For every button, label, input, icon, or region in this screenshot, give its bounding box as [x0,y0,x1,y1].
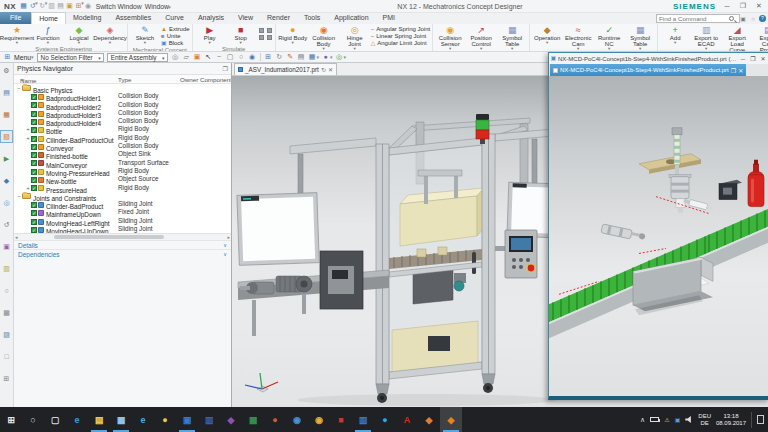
history-icon[interactable]: ↺ [1,219,12,230]
button-angular-spring-joint[interactable]: ~Angular Spring Joint [371,26,431,32]
ribbon-tab-modeling[interactable]: Modeling [66,12,108,24]
nx-app-icon[interactable]: ◆ [440,407,462,432]
3d-viewport-float[interactable] [549,76,768,396]
roles-icon[interactable]: ○ [1,285,12,296]
restore-button[interactable]: ❐ [738,2,748,10]
tree-item-movinghead-leftright[interactable]: ✓MovingHead-LeftRightSliding Joint [14,217,231,225]
datum-plane-icon[interactable]: ▱ [182,52,191,62]
visibility-checkbox[interactable]: ✓ [31,127,37,133]
visibility-checkbox[interactable]: ✓ [31,169,37,175]
tree-item-cilinder-badproduct[interactable]: ✓Cilinder-BadProductSliding Joint [14,200,231,208]
button-collision-body[interactable]: ◉Collision Body▾ [309,25,339,51]
speaker-icon[interactable] [685,416,693,423]
cut-icon[interactable]: ▥ [47,0,56,12]
tree-item-badproductholder3[interactable]: ✓BadproductHolder3Collision Body [14,109,231,117]
ribbon-tab-home[interactable]: Home [31,12,66,24]
language-indicator[interactable]: DEUDE [698,413,711,426]
snap-point-icon[interactable]: ◎ [171,52,180,62]
selection-scope-dropdown[interactable]: Entire Assembly [107,53,168,62]
tray-expand-icon[interactable]: ∧ [640,416,645,424]
visibility-checkbox[interactable]: ✓ [31,160,37,166]
powerpoint-icon[interactable]: ● [264,407,286,432]
visibility-checkbox[interactable]: ✓ [31,185,37,191]
button-export-to-ecad[interactable]: ▥Export to ECAD▾ [691,25,721,51]
button-play[interactable]: ▶Play▾ [195,25,225,45]
button-add[interactable]: +Add▾ [660,25,690,45]
store-icon[interactable]: ▦ [110,407,132,432]
ribbon-tab-curve[interactable]: Curve [158,12,191,24]
visibility-checkbox[interactable]: ✓ [31,219,37,225]
tree-item-new-bottle[interactable]: ✓New-bottleObject Source [14,175,231,183]
touch-mode-icon[interactable]: ◉ [84,0,93,12]
tree-item-conveyor[interactable]: ✓ConveyorCollision Body [14,142,231,150]
visibility-checkbox[interactable]: ✓ [31,152,37,158]
templates-icon[interactable]: ▨ [1,329,12,340]
action-center-icon[interactable] [757,415,764,424]
start-button[interactable]: ⊞ [0,407,22,432]
window-grid-icon[interactable]: ⊞ [264,52,273,62]
visibility-checkbox[interactable]: ✓ [31,227,37,233]
app-ball-icon[interactable]: ◉ [286,407,308,432]
rect-select-icon[interactable]: ▢ [226,52,235,62]
search-icon[interactable]: ○ [22,407,44,432]
reload-icon[interactable]: ↻ [321,66,326,73]
button-linear-spring-joint[interactable]: ~Linear Spring Joint [371,33,431,39]
app-yellow-icon[interactable]: ● [154,407,176,432]
button-symbol-table[interactable]: ▦Symbol Table▾ [625,25,655,51]
physics-navigator-icon[interactable]: ▧ [1,131,12,142]
button-hinge-joint[interactable]: ◎Hinge Joint▾ [340,25,370,51]
visibility-checkbox[interactable]: ✓ [31,177,37,183]
switch-window-button[interactable]: Switch Window [96,3,142,10]
tree-item-badproductholder4[interactable]: ✓BadproductHolder4Collision Body [14,117,231,125]
button-electronic-cam[interactable]: ≈Electronic Cam▾ [563,25,593,51]
visibility-checkbox[interactable]: ✓ [31,136,37,142]
details-section-header[interactable]: Details∨ [14,240,231,249]
paste-icon[interactable]: ▣ [65,0,74,12]
target-icon[interactable]: ◎ [335,52,344,62]
table-icon[interactable]: ▦ [308,52,317,62]
close-tab-icon[interactable]: ✕ [738,67,743,74]
app-red-icon[interactable]: ■ [330,407,352,432]
app-purple-icon[interactable]: ◆ [220,407,242,432]
tree-item-moving-pressurehead[interactable]: ✓Moving-PressureHeadRigid Body [14,167,231,175]
app-darkblue-icon[interactable]: ▥ [198,407,220,432]
button-rigid-body[interactable]: ●Rigid Body▾ [278,25,308,45]
app-orange-icon[interactable]: ◆ [418,407,440,432]
snap-window-icon[interactable]: ▣ [193,52,202,62]
button-angular-limit-joint[interactable]: △Angular Limit Joint [371,40,431,46]
circle-select-icon[interactable]: ○ [237,52,246,62]
document-tab-float[interactable]: NX-MCD-PoC4l-Concept1b-Step4-WithSinkFin… [550,64,746,76]
ribbon-tab-assemblies[interactable]: Assemblies [108,12,158,24]
visibility-checkbox[interactable]: ✓ [31,202,37,208]
copy-icon[interactable]: ▤ [56,0,65,12]
visibility-checkbox[interactable]: ✓ [31,144,37,150]
ribbon-tab-view[interactable]: View [231,12,260,24]
window-dock-icon[interactable]: ▣ [739,15,747,22]
layers-icon[interactable]: ▤ [297,52,306,62]
ribbon-tab-application[interactable]: Application [327,12,375,24]
visibility-checkbox[interactable]: ✓ [31,111,37,117]
button-sketch[interactable]: ✎Sketch▾ [130,25,160,45]
find-command-input[interactable] [659,15,729,22]
ribbon-tab-analysis[interactable]: Analysis [191,12,231,24]
parts-icon[interactable]: □ [1,351,12,362]
battery-icon[interactable] [650,417,659,422]
button-requirement[interactable]: ★Requirement▾ [2,25,32,45]
tree-folder-joints-and-constraints[interactable]: −Joints and Constraints [14,192,231,200]
button-symbol-table[interactable]: ▦Symbol Table▾ [497,25,527,51]
button-dependency[interactable]: ◈Dependency▾ [95,25,125,45]
pin-icon[interactable]: ❐ [731,67,736,74]
constraint-navigator-icon[interactable]: ▦ [1,109,12,120]
scroll-right-icon[interactable]: ▸ [227,234,230,240]
clock[interactable]: 13:1808.09.2017 [716,413,746,426]
menu-button[interactable]: ⊞ Menu ▾ [3,52,34,62]
annotate-icon[interactable]: ✎ [286,52,295,62]
button-extrude[interactable]: ▲Extrude [161,26,190,32]
ball-select-icon[interactable]: ◉ [248,52,257,62]
close-button[interactable]: ✕ [759,55,767,62]
process-studio-icon[interactable]: ▣ [1,241,12,252]
button-export-cam-profile[interactable]: ▤Export Cam Profile▾ [753,25,768,52]
visibility-checkbox[interactable]: ✓ [31,119,37,125]
button-stop[interactable]: ■Stop▾ [226,25,256,45]
app-blue-doc-icon[interactable]: ▥ [352,407,374,432]
